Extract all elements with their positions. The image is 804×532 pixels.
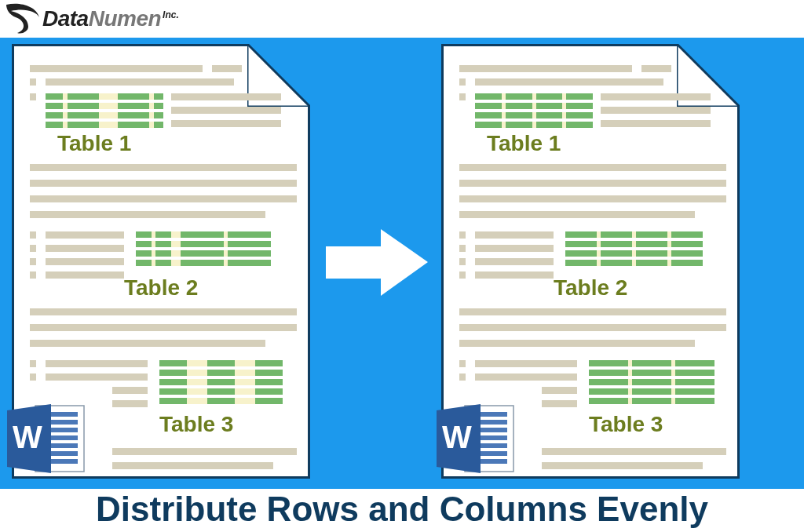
table-2-label-left: Table 2 [124,275,198,301]
logo-text-numen: Numen [89,6,161,31]
table-even-3 [589,360,714,404]
logo-text: Data Numen Inc. [42,6,179,31]
datanumen-logo: Data Numen Inc. [5,3,179,35]
illustration-area: Table 1 Table 2 [0,38,804,489]
logo-text-inc: Inc. [163,9,179,20]
table-3-label-right: Table 3 [589,412,663,437]
svg-marker-26 [326,229,428,296]
svg-text:W: W [442,420,472,454]
table-3-label-left: Table 3 [159,412,233,437]
arrow-right-icon [326,229,428,296]
table-uneven-3 [159,360,285,404]
caption-text: Distribute Rows and Columns Evenly [0,486,804,532]
table-even-2 [565,231,703,266]
logo-text-data: Data [42,6,89,31]
table-1-label-right: Table 1 [487,131,561,156]
table-uneven-2 [136,231,273,266]
logo-glyph-icon [5,3,41,35]
table-even-1 [475,93,593,128]
table-2-label-right: Table 2 [554,275,627,301]
table-uneven-1 [46,93,163,128]
word-app-icon: W [4,399,90,478]
table-1-label-left: Table 1 [57,131,131,156]
svg-text:W: W [13,420,42,454]
word-app-icon: W [433,399,520,478]
